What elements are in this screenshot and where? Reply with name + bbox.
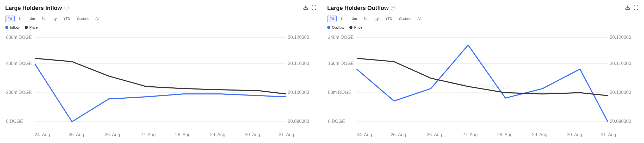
outflow-title: Large Holders Outflow — [327, 5, 389, 11]
filter-ytd-outflow[interactable]: YTD — [382, 15, 395, 22]
inflow-download-icon[interactable] — [303, 5, 308, 11]
filter-1y-inflow[interactable]: 1y — [50, 15, 60, 22]
outflow-chart-svg: 240m DOGE 160m DOGE 80m DOGE 0 DOGE $0.1… — [327, 33, 639, 140]
svg-text:400m DOGE: 400m DOGE — [6, 61, 32, 66]
price-dot-outflow — [349, 26, 352, 29]
svg-text:30. Aug: 30. Aug — [245, 132, 260, 137]
svg-text:31. Aug: 31. Aug — [601, 132, 616, 137]
svg-text:240m DOGE: 240m DOGE — [328, 35, 354, 40]
filter-1m-outflow[interactable]: 1m — [338, 15, 348, 22]
svg-text:29. Aug: 29. Aug — [532, 132, 547, 137]
svg-text:28. Aug: 28. Aug — [175, 132, 191, 137]
svg-text:600m DOGE: 600m DOGE — [6, 35, 32, 40]
svg-text:29. Aug: 29. Aug — [210, 132, 225, 137]
filter-7d-inflow[interactable]: 7d — [5, 15, 15, 22]
outflow-dot — [327, 26, 330, 29]
svg-text:$0.100000: $0.100000 — [610, 90, 631, 95]
filter-1y-outflow[interactable]: 1y — [372, 15, 382, 22]
svg-text:$0.110000: $0.110000 — [610, 61, 631, 66]
outflow-panel: Large Holders Outflow ? 7d 1m 3m 6m 1y Y… — [322, 0, 644, 143]
inflow-legend-secondary: Price — [25, 25, 38, 29]
price-legend-label-inflow: Price — [29, 25, 38, 29]
svg-text:$0.090000: $0.090000 — [610, 119, 631, 124]
filter-ytd-inflow[interactable]: YTD — [60, 15, 73, 22]
svg-text:$0.100000: $0.100000 — [288, 90, 309, 95]
svg-text:$0.110000: $0.110000 — [288, 61, 309, 66]
svg-text:$0.120000: $0.120000 — [610, 35, 631, 40]
outflow-header: Large Holders Outflow ? — [327, 5, 639, 11]
outflow-download-icon[interactable] — [625, 5, 630, 11]
inflow-title: Large Holders Inflow — [5, 5, 62, 11]
svg-text:0 DOGE: 0 DOGE — [328, 119, 345, 124]
outflow-title-row: Large Holders Outflow ? — [327, 5, 395, 11]
inflow-panel: Large Holders Inflow ? 7d 1m 3m 6m 1y YT… — [0, 0, 322, 143]
svg-text:0 DOGE: 0 DOGE — [6, 119, 23, 124]
inflow-help-icon[interactable]: ? — [64, 6, 69, 10]
inflow-header: Large Holders Inflow ? — [5, 5, 317, 11]
svg-text:160m DOGE: 160m DOGE — [328, 61, 354, 66]
inflow-time-filters: 7d 1m 3m 6m 1y YTD Custom All — [5, 15, 317, 22]
filter-custom-inflow[interactable]: Custom — [74, 15, 91, 22]
svg-text:26. Aug: 26. Aug — [105, 132, 120, 137]
svg-text:30. Aug: 30. Aug — [567, 132, 582, 137]
filter-all-outflow[interactable]: All — [414, 15, 424, 22]
inflow-expand-icon[interactable] — [311, 5, 317, 11]
filter-6m-inflow[interactable]: 6m — [39, 15, 49, 22]
inflow-title-row: Large Holders Inflow ? — [5, 5, 69, 11]
svg-text:24. Aug: 24. Aug — [357, 132, 372, 137]
outflow-legend-primary: Outflow — [327, 25, 344, 29]
outflow-legend-label: Outflow — [332, 25, 344, 29]
inflow-legend: Inflow Price — [5, 25, 317, 29]
inflow-legend-primary: Inflow — [5, 25, 20, 29]
svg-text:80m DOGE: 80m DOGE — [328, 90, 351, 95]
svg-text:26. Aug: 26. Aug — [427, 132, 442, 137]
svg-text:200m DOGE: 200m DOGE — [6, 90, 32, 95]
svg-text:$0.120000: $0.120000 — [288, 35, 309, 40]
svg-text:31. Aug: 31. Aug — [279, 132, 294, 137]
price-dot-inflow — [25, 26, 28, 29]
filter-7d-outflow[interactable]: 7d — [327, 15, 337, 22]
filter-3m-outflow[interactable]: 3m — [349, 15, 360, 22]
outflow-time-filters: 7d 1m 3m 6m 1y YTD Custom All — [327, 15, 639, 22]
inflow-legend-label: Inflow — [10, 25, 20, 29]
svg-text:24. Aug: 24. Aug — [35, 132, 50, 137]
outflow-legend: Outflow Price — [327, 25, 639, 29]
outflow-chart-area: ⬡ IntoTheBlock 240m DOGE 160m DOGE 80m D… — [327, 33, 639, 140]
svg-text:$0.090000: $0.090000 — [288, 119, 309, 124]
svg-text:25. Aug: 25. Aug — [69, 132, 84, 137]
inflow-dot — [5, 26, 8, 29]
filter-custom-outflow[interactable]: Custom — [396, 15, 413, 22]
svg-text:27. Aug: 27. Aug — [462, 132, 478, 137]
filter-3m-inflow[interactable]: 3m — [27, 15, 38, 22]
inflow-chart-area: ⬡ IntoTheBlock 600m DOGE 400m DOGE 200m … — [5, 33, 317, 140]
price-legend-label-outflow: Price — [354, 25, 362, 29]
svg-text:28. Aug: 28. Aug — [497, 132, 513, 137]
inflow-chart-svg: 600m DOGE 400m DOGE 200m DOGE 0 DOGE $0.… — [5, 33, 317, 140]
outflow-expand-icon[interactable] — [633, 5, 639, 11]
outflow-help-icon[interactable]: ? — [391, 6, 395, 10]
outflow-line — [357, 45, 608, 122]
inflow-actions — [303, 5, 317, 11]
outflow-legend-secondary: Price — [349, 25, 362, 29]
svg-text:27. Aug: 27. Aug — [140, 132, 156, 137]
svg-text:25. Aug: 25. Aug — [391, 132, 406, 137]
filter-all-inflow[interactable]: All — [92, 15, 102, 22]
outflow-actions — [625, 5, 639, 11]
filter-1m-inflow[interactable]: 1m — [16, 15, 26, 22]
filter-6m-outflow[interactable]: 6m — [361, 15, 371, 22]
